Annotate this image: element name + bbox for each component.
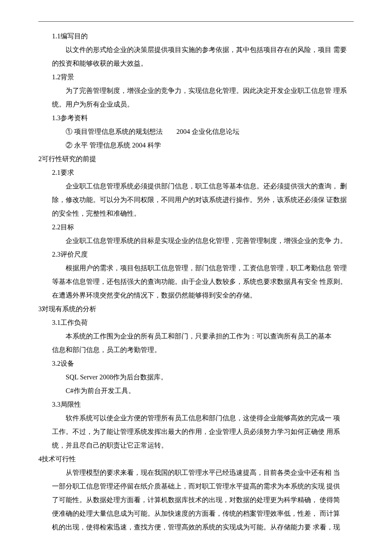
reference-item: ① 项目管理信息系统的规划想法 2004 企业化信息论坛 (38, 125, 354, 139)
paragraph-text: 软件系统可以使企业方便的管理所有员工信息和部门信息，这使得企业能够高效的完成一 … (38, 411, 354, 425)
heading-1-1: 1.1编写目的 (38, 29, 354, 43)
paragraph-text: 为了完善管理制度，增强企业的竞争力，实现信息化管理。因此决定开发企业职工信息管 … (38, 84, 354, 98)
paragraph-text: 在遭遇外界环境突然变化的情况下，数据仍然能够得到安全的存储。 (38, 289, 354, 302)
heading-3: 3对现有系统的分析 (38, 302, 354, 316)
paragraph-text: 便准确的处理大量信息成为可能。从加快速度的方面看，传统的档案管理效率低，性差， … (38, 507, 354, 520)
paragraph-text: 的投资和能够收获的最大效益。 (38, 57, 354, 70)
paragraph-text: 本系统的工作围为企业的所有员工和部门，只要承担的工作为：可以查询所有员工的基本 (38, 330, 354, 343)
heading-2: 2可行性研究的前提 (38, 152, 354, 166)
paragraph-text: 了可能性。从数据处理方面看，计算机数据库技术的出现，对数据的处理更为科学精确， … (38, 493, 354, 507)
paragraph-text: 信息和部门信息，员工的考勤管理。 (38, 343, 354, 357)
heading-2-2: 2.2目标 (38, 220, 354, 234)
paragraph-text: 机的出现，使得检索迅速，查找方便，管理高效的系统的实现成为可能。从存储能力要 求… (38, 520, 354, 534)
paragraph-text: C#作为前台开发工具。 (38, 384, 354, 398)
paragraph-text: 等基本信息管理，还包括强大的查询功能。由于企业人数较多，系统也要求数据具有安全 … (38, 275, 354, 289)
paragraph-text: 以文件的形式给企业的决策层提供项目实施的参考依据，其中包括项目存在的风险，项目 … (38, 43, 354, 57)
paragraph-text: 根据用户的需求，项目包括职工信息管理，部门信息管理，工资信息管理，职工考勤信息 … (38, 261, 354, 275)
heading-1-2: 1.2背景 (38, 70, 354, 84)
reference-item: ② 永平 管理信息系统 2004 科学 (38, 139, 354, 152)
paragraph-text: 从管理模型的要求来看，现在我国的职工管理水平已经迅速提高，目前各类企业中还有相 … (38, 466, 354, 480)
paragraph-text: 企业职工信息管理系统必须提供部门信息，职工信息等基本信息。还必须提供强大的查询，… (38, 179, 354, 193)
heading-2-3: 2.3评价尺度 (38, 248, 354, 261)
paragraph-text: 除，修改功能。可以分为不同权限，不同用户的对该系统进行操作。另外，该系统还必须保… (38, 193, 354, 207)
paragraph-text: 统，并且尽自己的职责让它正常运转。 (38, 439, 354, 452)
page-top-rule (38, 21, 354, 22)
document-page: 1.1编写目的 以文件的形式给企业的决策层提供项目实施的参考依据，其中包括项目存… (38, 21, 354, 534)
paragraph-text: 统。用户为所有企业成员。 (38, 98, 354, 111)
heading-3-1: 3.1工作负荷 (38, 316, 354, 330)
heading-2-1: 2.1要求 (38, 166, 354, 179)
paragraph-text: 企业职工信息管理系统的目标是实现企业的信息化管理，完善管理制度，增强企业的竞争 … (38, 234, 354, 248)
paragraph-text: SQL Server 2008作为后台数据库。 (38, 370, 354, 384)
heading-4: 4技术可行性 (38, 452, 354, 466)
heading-3-2: 3.2设备 (38, 357, 354, 370)
heading-3-3: 3.3局限性 (38, 398, 354, 411)
paragraph-text: 的安全性，完整性和准确性。 (38, 207, 354, 220)
heading-1-3: 1.3参考资料 (38, 111, 354, 125)
paragraph-text: 一部分职工信息管理还停留在纸介质基础上，而对职工管理水平提高的需求为本系统的实现… (38, 480, 354, 493)
paragraph-text: 工作。不过，为了能让管理系统发挥出最大的作用，企业管理人员必须努力学习如何正确使… (38, 425, 354, 439)
